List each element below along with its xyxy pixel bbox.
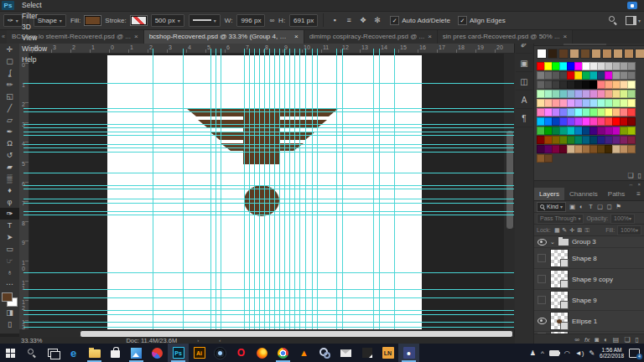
path-arrangement-icon[interactable]: ❖ [357, 14, 369, 26]
workspace-switcher[interactable]: ▾ [626, 16, 641, 25]
layer-mask-icon[interactable]: ◙ [595, 336, 599, 344]
visibility-toggle[interactable] [537, 275, 547, 283]
recent-swatch[interactable] [548, 49, 558, 59]
search-icon[interactable] [609, 16, 617, 24]
close-tab-icon[interactable]: × [564, 33, 568, 40]
opera-icon[interactable]: O [231, 344, 252, 362]
clone-stamp-tool[interactable]: Ω [0, 137, 19, 149]
task-view-button[interactable] [42, 344, 63, 362]
color-swatch[interactable] [627, 99, 636, 107]
fill-amount-input[interactable]: 100%▾ [617, 225, 641, 235]
stroke-swatch[interactable] [131, 16, 147, 25]
tab-channels[interactable]: Channels [564, 188, 603, 200]
expand-chevron-icon[interactable]: ⌄ [550, 239, 555, 246]
hand-tool[interactable]: ☞ [0, 255, 19, 266]
shape-height-input[interactable]: 691 px [289, 14, 318, 27]
tab-scroll-left-icon[interactable]: « [0, 29, 7, 44]
layer-thumbnail[interactable] [550, 270, 569, 288]
lock-artboard-icon[interactable]: ⊞ [576, 225, 584, 235]
adjustment-layer-icon[interactable]: ◐ [604, 336, 608, 344]
pen-tool[interactable]: ✑ [0, 208, 19, 220]
tab-layers[interactable]: Layers [534, 188, 564, 200]
type-tool[interactable]: T [0, 220, 19, 231]
checkbox-auto-add-delete[interactable]: ✓Auto Add/Delete [390, 16, 450, 25]
eyedropper-tool[interactable]: ╱ [0, 102, 19, 114]
vertical-scrollbar[interactable] [503, 53, 515, 329]
move-tool[interactable]: ✛ [0, 44, 19, 55]
photos-icon[interactable] [126, 344, 147, 362]
path-alignment-icon[interactable]: ≡ [343, 14, 355, 26]
close-tab-icon[interactable]: × [294, 33, 299, 40]
panel-menu-icon[interactable]: ≡ [636, 188, 644, 200]
path-operations-icon[interactable]: ▪ [329, 14, 340, 26]
delete-layer-icon[interactable]: ▯ [636, 336, 639, 344]
menu-3d[interactable]: 3D [18, 22, 51, 33]
lock-transparency-icon[interactable]: ▦ [553, 225, 561, 235]
eraser-tool[interactable]: ▰ [0, 161, 19, 173]
libraries-icon[interactable]: ◫ [516, 73, 532, 90]
firefox-icon[interactable] [252, 344, 273, 362]
gear-icon[interactable]: ✻ [371, 14, 383, 26]
taskbar-clock[interactable]: 1:56 AM 6/22/2018 [600, 347, 624, 359]
new-swatch-icon[interactable]: ❏ [627, 172, 633, 179]
lens-app-icon[interactable] [210, 344, 231, 362]
link-layers-icon[interactable]: ∞ [574, 336, 579, 344]
layer-thumbnail[interactable] [550, 332, 569, 334]
clone-source-icon[interactable]: ▣ [516, 54, 532, 72]
people-icon[interactable]: ♟ [530, 349, 536, 357]
filter-pin-icon[interactable]: ⚑ [614, 202, 623, 211]
recent-swatch[interactable] [635, 49, 644, 59]
color-swatch[interactable] [627, 117, 636, 126]
recent-swatch[interactable] [569, 49, 579, 59]
new-group-icon[interactable]: ▤ [613, 336, 620, 344]
crop-tool[interactable]: ◱ [0, 90, 19, 102]
layer-thumbnail[interactable] [550, 249, 569, 267]
start-button[interactable] [0, 344, 21, 362]
menu-select[interactable]: Select [18, 0, 51, 11]
link-dimensions-icon[interactable]: ∞ [269, 17, 274, 24]
document-tab[interactable]: bcshop-Recovered.psd @ 33.3% (Group 4, R… [144, 29, 304, 44]
edge-icon[interactable]: e [63, 344, 84, 362]
color-swatch[interactable] [627, 62, 636, 70]
close-tab-icon[interactable]: × [428, 33, 432, 40]
menu-view[interactable]: View [18, 33, 51, 44]
filter-image-icon[interactable]: ▣ [568, 202, 577, 211]
canvas-viewport[interactable] [29, 53, 503, 329]
pen-icon[interactable]: ✎ [589, 349, 595, 357]
visibility-eye-icon[interactable] [537, 239, 547, 246]
layer-row-shape-9[interactable]: Shape 9 [534, 290, 644, 311]
blend-mode-select[interactable]: Pass Through ▾ [537, 214, 584, 224]
layer-filter-kind-select[interactable]: Kind▾ [537, 202, 566, 212]
quick-mask-button[interactable]: ◨ [0, 307, 19, 318]
action-center-icon[interactable]: 4 [629, 349, 640, 358]
delete-swatch-icon[interactable]: ▯ [638, 172, 641, 179]
battery-icon[interactable] [549, 350, 559, 356]
visibility-eye-icon[interactable] [537, 318, 547, 324]
recent-swatch[interactable] [624, 49, 634, 59]
lasso-tool[interactable]: ʆ [0, 67, 19, 79]
foreground-color-swatch[interactable] [2, 292, 13, 302]
document-tab[interactable]: dimimp cospiracy-Recovered.psd @ ...× [304, 29, 438, 44]
tray-expand-icon[interactable]: ^ [541, 349, 544, 357]
color-swatch[interactable] [627, 145, 636, 153]
notes-app-icon[interactable] [356, 344, 377, 362]
horizontal-scrollbar[interactable] [19, 329, 514, 337]
vertical-ruler[interactable]: 01234567891 01 11 21 31 4 [19, 53, 29, 329]
visibility-toggle[interactable] [537, 296, 547, 304]
character-panel-icon[interactable]: A [516, 91, 532, 109]
menu-help[interactable]: Help [18, 54, 51, 65]
zoom-tool[interactable]: ♁ [0, 266, 19, 278]
filter-smart-object-icon[interactable]: ◻ [605, 202, 614, 211]
lock-paint-icon[interactable]: ✎ [561, 225, 569, 235]
opacity-input[interactable]: 100%▾ [610, 214, 635, 224]
vlc-icon[interactable]: ▲ [293, 344, 314, 362]
layer-row-group-3[interactable]: ⌄Group 3 [534, 236, 644, 248]
new-layer-icon[interactable]: ❏ [624, 336, 630, 344]
status-popup-arrow-icon[interactable]: › [197, 338, 199, 343]
lock-position-icon[interactable]: ✛ [569, 225, 576, 235]
layer-thumbnail[interactable] [550, 291, 569, 309]
color-swatches-widget[interactable] [2, 292, 18, 307]
screen-mode-button[interactable]: ▯ [0, 318, 19, 330]
filter-type-icon[interactable]: T [586, 202, 595, 211]
shape-width-input[interactable]: 996 px [236, 14, 265, 27]
